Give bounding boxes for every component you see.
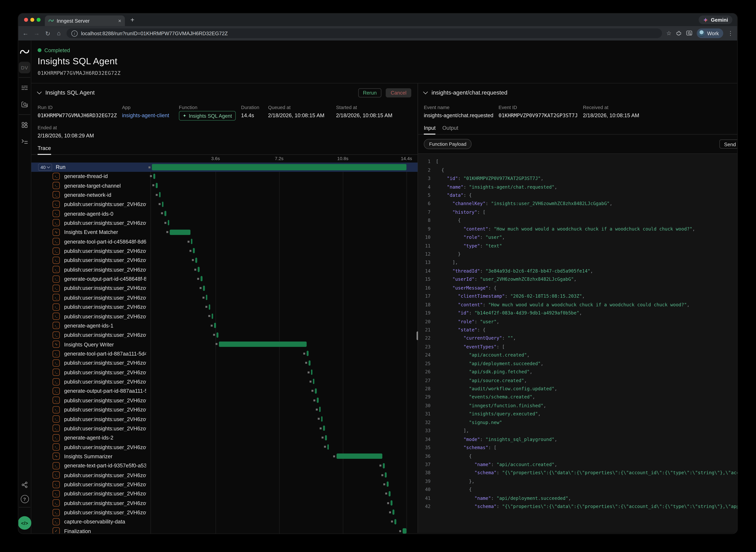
- trace-row[interactable]: ›_publish:user:insights:user_2VH6zowmh..…: [31, 330, 417, 339]
- trace-row[interactable]: ›_publish:user:insights:user_2VH6zowmh..…: [31, 311, 417, 321]
- trace-row[interactable]: ›_capture-observability-data: [31, 517, 417, 526]
- trace-row[interactable]: ›_publish:user:insights:user_2VH6zowmh..…: [31, 246, 417, 256]
- step-duration-bar[interactable]: [214, 323, 216, 328]
- trace-row[interactable]: ›_publish:user:insights:user_2VH6zowmh..…: [31, 405, 417, 414]
- step-duration-bar[interactable]: [203, 285, 205, 291]
- tab-trace[interactable]: Trace: [38, 145, 51, 154]
- trace-row[interactable]: ›_publish:user:insights:user_2VH6zowmh..…: [31, 218, 417, 228]
- forward-icon[interactable]: →: [33, 30, 40, 36]
- step-duration-bar[interactable]: [153, 173, 155, 179]
- traffic-lights[interactable]: [18, 18, 44, 21]
- step-duration-bar[interactable]: [170, 230, 190, 235]
- cancel-button[interactable]: Cancel: [386, 88, 411, 97]
- chevron-down-icon[interactable]: [37, 90, 42, 94]
- bookmark-star-icon[interactable]: ☆: [666, 30, 672, 36]
- run-accordion-title[interactable]: Insights SQL Agent: [45, 89, 354, 96]
- reload-icon[interactable]: ↻: [44, 30, 51, 37]
- back-icon[interactable]: ←: [22, 30, 29, 36]
- step-duration-bar[interactable]: [156, 183, 158, 188]
- zoom-window-button[interactable]: [37, 18, 40, 21]
- tab-output[interactable]: Output: [442, 125, 458, 134]
- trace-row[interactable]: ›_publish:user:insights:user_2VH6zowmh..…: [31, 256, 417, 265]
- apps-icon[interactable]: [18, 119, 31, 131]
- step-duration-bar[interactable]: [327, 444, 329, 450]
- close-window-button[interactable]: [24, 18, 28, 21]
- rerun-button[interactable]: Rerun: [358, 88, 382, 97]
- minimize-window-button[interactable]: [30, 18, 34, 21]
- span-count-badge[interactable]: 40: [38, 163, 52, 170]
- step-duration-bar[interactable]: [159, 192, 161, 197]
- step-duration-bar[interactable]: [392, 510, 394, 515]
- step-duration-bar[interactable]: [206, 295, 208, 300]
- functions-icon[interactable]: [18, 135, 31, 148]
- step-duration-bar[interactable]: [389, 491, 390, 497]
- trace-row[interactable]: ›_generate-agent-ids-2: [31, 433, 417, 442]
- extensions-icon[interactable]: [676, 30, 682, 36]
- step-duration-bar[interactable]: [168, 220, 169, 226]
- payload-type-pill[interactable]: Function Payload: [424, 139, 472, 149]
- step-duration-bar[interactable]: [165, 211, 166, 216]
- trace-row[interactable]: ›_generate-network-id: [31, 190, 417, 199]
- trace-row[interactable]: ›_publish:user:insights:user_2VH6zowmh..…: [31, 498, 417, 508]
- close-tab-icon[interactable]: ×: [118, 18, 121, 23]
- trace-row[interactable]: ›_publish:user:insights:user_2VH6zowmh..…: [31, 470, 417, 479]
- run-duration-bar[interactable]: [152, 164, 406, 170]
- trace-row[interactable]: ∿Insights Event Matcher: [31, 228, 417, 237]
- trace-row[interactable]: ›_generate-output-part-id-c458648f-8d6..…: [31, 274, 417, 283]
- trace-row[interactable]: ›_publish:user:insights:user_2VH6zowmh..…: [31, 293, 417, 302]
- dev-mode-button[interactable]: </>: [18, 516, 31, 530]
- address-bar[interactable]: i localhost:8288/run?runID=01KHRMPW77GVM…: [66, 28, 662, 38]
- step-duration-bar[interactable]: [311, 370, 313, 375]
- trace-row[interactable]: ›_publish:user:insights:user_2VH6zowmh..…: [31, 396, 417, 405]
- step-duration-bar[interactable]: [337, 453, 383, 459]
- trace-row[interactable]: ∿Insights Query Writer: [31, 339, 417, 349]
- trace-row[interactable]: ›_publish:user:insights:user_2VH6zowmh..…: [31, 199, 417, 209]
- trace-row[interactable]: ›_generate-agent-ids-0: [31, 209, 417, 218]
- home-icon[interactable]: ⌂: [55, 30, 62, 36]
- inngest-logo-icon[interactable]: [18, 45, 31, 58]
- trace-row[interactable]: ›_publish:user:insights:user_2VH6zowmh..…: [31, 424, 417, 433]
- profile-button[interactable]: Work: [697, 28, 723, 38]
- step-duration-bar[interactable]: [219, 341, 307, 347]
- trace-row[interactable]: ›_publish:user:insights:user_2VH6zowmh..…: [31, 302, 417, 311]
- trace-row[interactable]: ∿Insights Summarizer: [31, 452, 417, 461]
- step-duration-bar[interactable]: [317, 398, 319, 403]
- step-duration-bar[interactable]: [211, 313, 213, 319]
- step-duration-bar[interactable]: [313, 379, 315, 384]
- trace-row[interactable]: ›_publish:user:insights:user_2VH6zowmh..…: [31, 377, 417, 386]
- app-link[interactable]: insights-agent-client: [122, 112, 179, 118]
- step-duration-bar[interactable]: [201, 276, 202, 282]
- event-accordion-title[interactable]: insights-agent/chat.requested: [431, 89, 737, 96]
- trace-row[interactable]: ›_publish:user:insights:user_2VH6zowmh..…: [31, 368, 417, 377]
- send-to-dev-server-button[interactable]: Send to Dev Server: [719, 139, 737, 148]
- app-avatar[interactable]: DV: [19, 62, 30, 74]
- trace-run-row[interactable]: 40 Run: [31, 162, 417, 171]
- function-pill[interactable]: ✦ Insights SQL Agent: [179, 111, 236, 121]
- tab-input[interactable]: Input: [424, 125, 435, 134]
- step-duration-bar[interactable]: [193, 248, 195, 254]
- payload-code-editor[interactable]: 1[2 {3 "id": "01KHRMPVZP0V977KAT2GP3ST7J…: [418, 153, 737, 533]
- step-duration-bar[interactable]: [319, 407, 321, 412]
- help-icon[interactable]: ?: [20, 495, 29, 503]
- step-duration-bar[interactable]: [315, 388, 317, 394]
- share-icon[interactable]: [18, 478, 31, 491]
- step-duration-bar[interactable]: [325, 435, 327, 440]
- trace-row[interactable]: ›_publish:user:insights:user_2VH6zowmh..…: [31, 358, 417, 368]
- runs-list-icon[interactable]: [18, 82, 31, 94]
- trace-row[interactable]: ›_publish:user:insights:user_2VH6zowmh..…: [31, 489, 417, 498]
- site-info-icon[interactable]: i: [71, 30, 77, 36]
- trace-row[interactable]: ›_generate-tool-part-id-887aa111-5d4e-45…: [31, 349, 417, 358]
- step-duration-bar[interactable]: [387, 481, 388, 487]
- trace-row[interactable]: ›_generate-target-channel: [31, 181, 417, 190]
- trace-row[interactable]: ›_publish:user:insights:user_2VH6zowmh..…: [31, 480, 417, 489]
- step-duration-bar[interactable]: [391, 500, 392, 506]
- step-duration-bar[interactable]: [383, 463, 385, 468]
- step-duration-bar[interactable]: [162, 201, 164, 207]
- step-duration-bar[interactable]: [321, 416, 323, 422]
- step-duration-bar[interactable]: [307, 351, 309, 356]
- event-search-icon[interactable]: [18, 98, 31, 111]
- trace-row[interactable]: ›_publish:user:insights:user_2VH6zowmh..…: [31, 442, 417, 451]
- trace-row[interactable]: ›_publish:user:insights:user_2VH6zowmh..…: [31, 283, 417, 293]
- step-duration-bar[interactable]: [195, 257, 197, 263]
- gemini-button[interactable]: Gemini: [699, 15, 732, 24]
